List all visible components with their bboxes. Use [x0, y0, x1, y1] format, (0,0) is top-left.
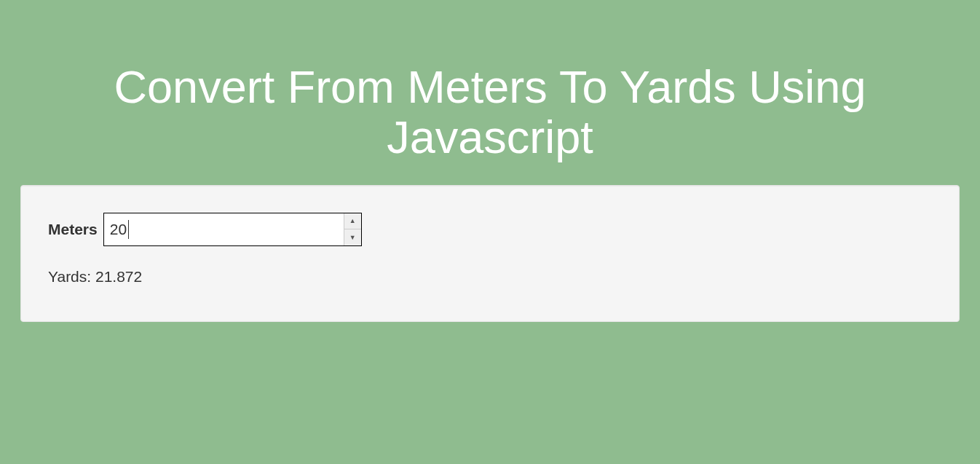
input-row: Meters ▲ ▼ [35, 200, 945, 246]
meters-label: Meters [48, 221, 98, 238]
converter-panel: Meters ▲ ▼ Yards: 21.872 [20, 185, 960, 322]
meters-input-wrapper: ▲ ▼ [103, 213, 362, 246]
meters-input[interactable] [103, 213, 362, 246]
page-title: Convert From Meters To Yards Using Javas… [20, 62, 960, 163]
yards-result: Yards: 21.872 [35, 246, 945, 307]
text-cursor [128, 220, 129, 239]
spinner-down-button[interactable]: ▼ [344, 229, 361, 245]
spinner-buttons: ▲ ▼ [344, 213, 361, 245]
spinner-up-button[interactable]: ▲ [344, 213, 361, 230]
